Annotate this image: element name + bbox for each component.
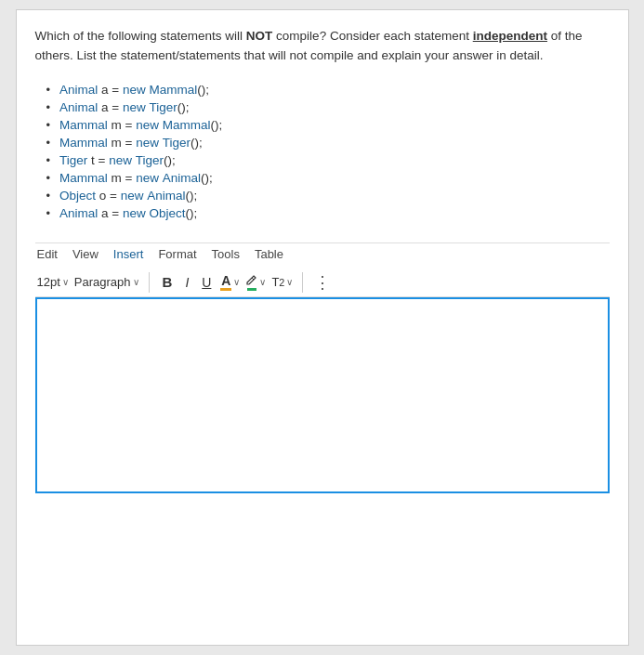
pencil-svg: [245, 274, 257, 287]
menu-insert[interactable]: Insert: [113, 247, 144, 261]
font-size-chevron: ∨: [62, 277, 69, 287]
list-item: Animal a = new Object();: [46, 206, 610, 220]
font-color-underbar: [220, 288, 231, 291]
separator-1: [149, 272, 150, 293]
superscript-dropdown[interactable]: T2 ∨: [271, 275, 293, 289]
list-item: Mammal m = new Mammal();: [46, 118, 610, 132]
paragraph-dropdown[interactable]: Paragraph ∨: [74, 275, 139, 289]
menu-tools[interactable]: Tools: [212, 247, 240, 261]
list-item: Mammal m = new Animal();: [46, 171, 610, 185]
list-item: Animal a = new Tiger();: [46, 100, 610, 114]
highlight-icon: [245, 274, 257, 291]
separator-2: [302, 272, 303, 293]
font-size-label: 12pt: [37, 275, 60, 289]
menu-table[interactable]: Table: [255, 247, 283, 261]
superscript-chevron: ∨: [286, 277, 293, 287]
list-item: Animal a = new Mammal();: [46, 83, 610, 97]
page-container: Which of the following statements will N…: [16, 9, 629, 646]
highlight-chevron: ∨: [259, 277, 266, 287]
highlight-color-dropdown[interactable]: ∨: [245, 274, 266, 291]
menu-format[interactable]: Format: [158, 247, 196, 261]
menu-edit[interactable]: Edit: [37, 247, 58, 261]
paragraph-chevron: ∨: [133, 277, 139, 287]
code-list: Animal a = new Mammal(); Animal a = new …: [35, 83, 610, 220]
list-item: Object o = new Animal();: [46, 189, 610, 203]
question-intro: Which of the following statements will: [35, 29, 246, 43]
font-size-dropdown[interactable]: 12pt ∨: [37, 275, 69, 289]
not-word: NOT: [246, 29, 273, 43]
svg-line-0: [252, 278, 254, 280]
paragraph-label: Paragraph: [74, 275, 131, 289]
font-color-dropdown[interactable]: A ∨: [220, 274, 240, 291]
question-middle: compile? Consider each statement: [272, 29, 472, 43]
answer-box[interactable]: [35, 297, 610, 493]
underline-button[interactable]: U: [198, 273, 215, 292]
formatting-bar: 12pt ∨ Paragraph ∨ B I U A ∨: [35, 269, 610, 297]
list-item: Mammal m = new Tiger();: [46, 136, 610, 150]
question-text: Which of the following statements will N…: [35, 27, 610, 66]
independent-word: independent: [473, 29, 547, 43]
highlight-underbar: [247, 288, 256, 291]
italic-button[interactable]: I: [181, 273, 192, 292]
toolbar-menu: Edit View Insert Format Tools Table: [35, 242, 610, 265]
list-item: Tiger t = new Tiger();: [46, 153, 610, 167]
bold-button[interactable]: B: [159, 272, 177, 292]
more-options-button[interactable]: ⋮: [312, 272, 334, 293]
font-color-icon: A: [220, 274, 231, 291]
superscript-label: T2: [271, 275, 284, 289]
menu-view[interactable]: View: [72, 247, 99, 261]
font-color-chevron: ∨: [233, 277, 240, 287]
answer-input[interactable]: [43, 305, 602, 486]
